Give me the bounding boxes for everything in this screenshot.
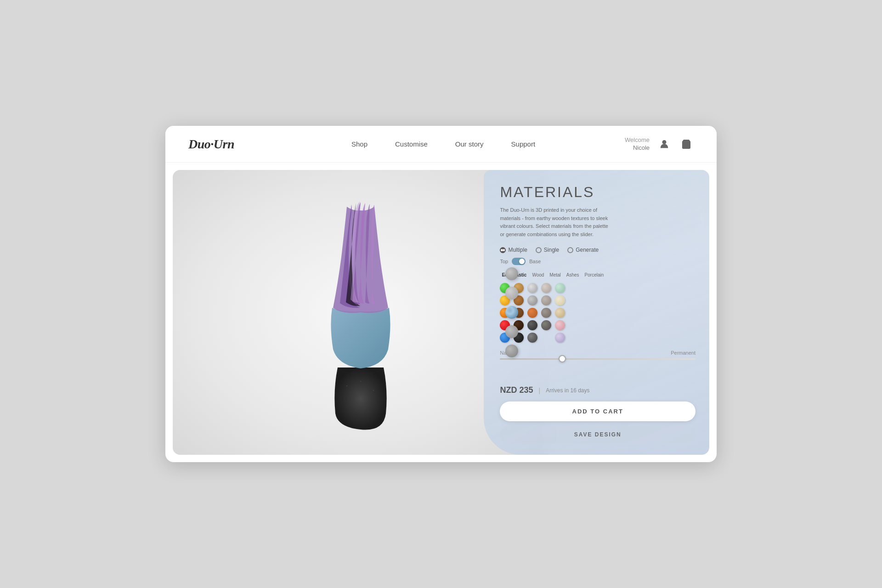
- swatch-ash-light[interactable]: [541, 283, 551, 293]
- nav-customise[interactable]: Customise: [395, 140, 428, 148]
- color-col-5: [555, 283, 565, 343]
- swatch-ash-darker[interactable]: [541, 320, 551, 330]
- browser-window: Duo·Urn Shop Customise Our story Support…: [165, 126, 717, 462]
- radio-generate: [567, 247, 573, 253]
- slider-section: Natural Permanent: [500, 350, 695, 360]
- option-single[interactable]: Single: [536, 247, 559, 253]
- swatch-porcelain-cream[interactable]: [555, 295, 565, 305]
- option-generate[interactable]: Generate: [567, 247, 599, 253]
- swatch-porcelain-pink[interactable]: [555, 320, 565, 330]
- save-design-button[interactable]: SAVE DESIGN: [500, 426, 695, 443]
- sphere-5[interactable]: [505, 345, 518, 357]
- swatch-porcelain-lavender[interactable]: [555, 333, 565, 343]
- top-base-switch[interactable]: [512, 258, 526, 265]
- swatch-silver[interactable]: [527, 283, 537, 293]
- slider-thumb[interactable]: [559, 355, 566, 362]
- side-spheres: [505, 267, 518, 357]
- svg-point-5: [367, 399, 368, 400]
- option-multiple[interactable]: Multiple: [500, 247, 527, 253]
- user-icon[interactable]: [657, 137, 672, 152]
- sphere-3[interactable]: [505, 306, 518, 319]
- color-col-4: [541, 283, 551, 343]
- material-type-options: Multiple Single Generate: [500, 247, 695, 253]
- svg-point-6: [373, 390, 374, 391]
- cat-porcelain[interactable]: Porcelain: [583, 271, 606, 278]
- color-grid: [500, 283, 695, 343]
- cart-icon[interactable]: [679, 137, 694, 152]
- swatch-silver-mid[interactable]: [527, 295, 537, 305]
- swatch-porcelain-green[interactable]: [555, 283, 565, 293]
- price: NZD 235: [500, 385, 533, 395]
- svg-point-4: [360, 381, 361, 382]
- materials-description: The Duo-Urn is 3D printed in your choice…: [500, 206, 610, 238]
- top-base-toggle: Top Base: [500, 258, 695, 265]
- swatch-charcoal[interactable]: [527, 320, 537, 330]
- cat-wood[interactable]: Wood: [530, 271, 546, 278]
- nav-support[interactable]: Support: [511, 140, 536, 148]
- nav-our-story[interactable]: Our story: [455, 140, 484, 148]
- slider-track: [500, 358, 695, 360]
- sphere-2[interactable]: [505, 287, 518, 300]
- swatch-ash-mid[interactable]: [541, 295, 551, 305]
- swatch-porcelain-tan[interactable]: [555, 308, 565, 318]
- nav-shop[interactable]: Shop: [351, 140, 368, 148]
- header: Duo·Urn Shop Customise Our story Support…: [165, 126, 717, 163]
- nav: Shop Customise Our story Support: [262, 140, 625, 148]
- add-to-cart-button[interactable]: ADD TO CART: [500, 401, 695, 421]
- radio-multiple: [500, 247, 506, 253]
- swatch-ash-dark[interactable]: [541, 308, 551, 318]
- svg-point-2: [346, 385, 347, 387]
- cat-metal[interactable]: Metal: [548, 271, 562, 278]
- svg-point-0: [662, 140, 666, 143]
- palette-section: Eco-Plastic Wood Metal Ashes Porcelain: [500, 271, 695, 385]
- svg-point-3: [353, 392, 354, 393]
- sphere-4[interactable]: [505, 325, 518, 338]
- cat-ashes[interactable]: Ashes: [565, 271, 581, 278]
- urn-image: [292, 193, 430, 432]
- logo: Duo·Urn: [188, 137, 234, 152]
- palette-categories: Eco-Plastic Wood Metal Ashes Porcelain: [500, 271, 695, 278]
- slider-labels: Natural Permanent: [500, 350, 695, 356]
- swatch-orange-metal[interactable]: [527, 308, 537, 318]
- welcome-text: Welcome Nicole: [625, 136, 650, 152]
- price-section: NZD 235 | Arrives in 16 days: [500, 385, 695, 395]
- delivery-info: Arrives in 16 days: [546, 387, 589, 394]
- sphere-1[interactable]: [505, 267, 518, 280]
- color-col-3: [527, 283, 537, 343]
- main-content: MATERIALS The Duo-Urn is 3D printed in y…: [173, 170, 709, 455]
- materials-title: MATERIALS: [500, 184, 695, 201]
- swatch-dark-grey[interactable]: [527, 333, 537, 343]
- header-right: Welcome Nicole: [625, 136, 694, 152]
- radio-single: [536, 247, 542, 253]
